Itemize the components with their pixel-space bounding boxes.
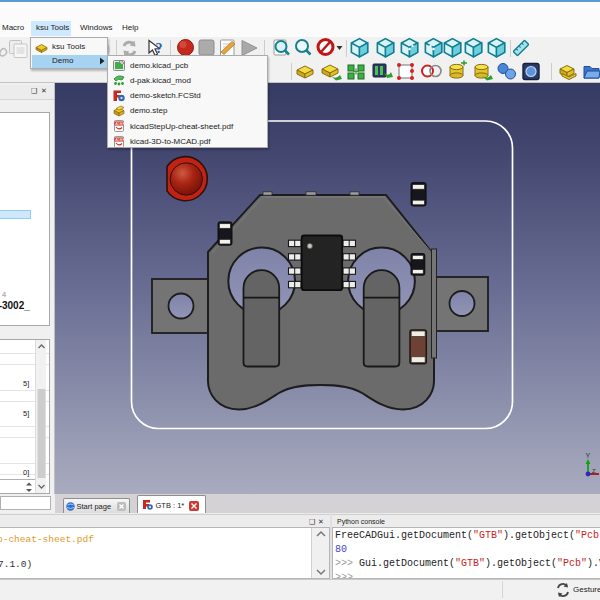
svg-text:ADBE: ADBE	[115, 122, 125, 126]
svg-text:Y: Y	[586, 452, 591, 459]
svg-text:Z: Z	[592, 468, 596, 474]
svg-text:ADBE: ADBE	[115, 138, 125, 142]
svg-text:?: ?	[156, 41, 163, 56]
